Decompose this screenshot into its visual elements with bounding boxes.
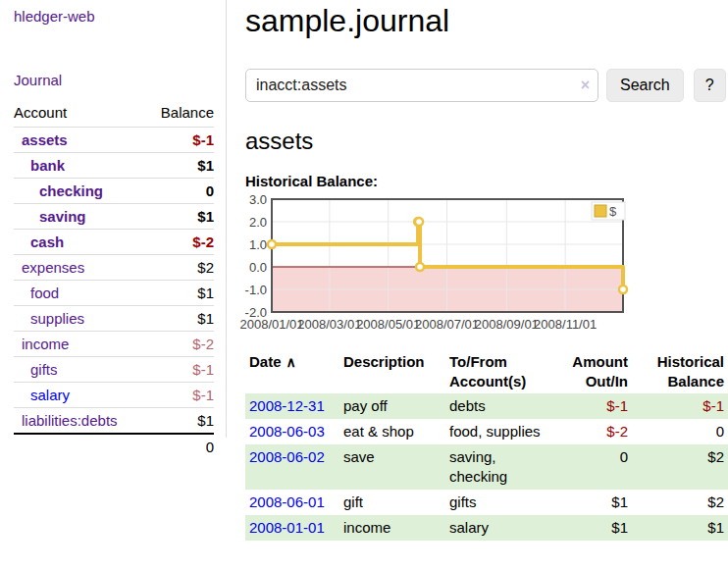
x-tick-label: 2008/05/01 [356,317,420,332]
account-row: cash$-2 [14,230,214,255]
search-button[interactable]: Search [606,69,684,102]
account-row: liabilities:debts$1 [14,408,214,435]
register-row: 2008-06-02savesaving, checking0$2 [245,444,728,490]
transaction-date-link[interactable]: 2008-06-03 [249,423,325,440]
sort-asc-icon: ∧ [286,354,296,370]
x-tick-label: 2008/03/01 [297,317,361,332]
transaction-date-link[interactable]: 2008-01-01 [249,519,325,536]
chart-canvas: 3.02.01.00.0-1.0-2.02008/01/012008/03/01… [245,195,728,337]
register-date-cell: 2008-06-01 [245,490,339,515]
register-amount-cell: $-1 [555,393,632,419]
y-tick-label: -1.0 [245,283,267,297]
account-name-cell: saving [14,204,146,230]
account-name-cell: food [14,281,146,306]
data-point-marker [416,263,424,271]
register-date-cell: 2008-01-01 [245,515,339,541]
main-content: sample.journal × Search ? assets Histori… [245,0,728,541]
register-row: 2008-01-01incomesalary$1$1 [245,515,728,541]
register-description-cell: gift [339,490,445,515]
register-description-cell: save [339,444,445,490]
register-body: 2008-12-31pay offdebts$-1$-12008-06-03ea… [245,393,728,541]
y-tick-label: 2.0 [249,215,267,230]
account-name-cell: salary [14,383,146,408]
x-tick-label: 2008/01/01 [239,317,303,332]
account-link[interactable]: food [30,285,59,301]
register-accounts-cell: saving, checking [445,444,555,490]
accounts-table: Account Balance assets$-1bank$1checking0… [14,102,214,459]
account-name-cell: liabilities:debts [14,408,146,435]
search-help-button[interactable]: ? [694,69,726,102]
account-link[interactable]: gifts [30,361,58,378]
search-form: × Search ? [245,69,728,102]
account-balance: $1 [146,408,214,435]
register-row: 2008-06-03eat & shopfood, supplies$-20 [245,419,728,444]
register-description-cell: pay off [339,393,445,419]
app-title-link[interactable]: hledger-web [14,8,95,25]
register-balance-cell: 0 [632,419,728,444]
legend-label: $ [609,204,617,219]
account-balance: $1 [146,204,214,230]
accounts-total-spacer [14,434,146,459]
account-row: salary$-1 [14,383,214,408]
register-accounts-cell: gifts [445,490,555,515]
register-header-amount: Amount Out/In [555,350,632,393]
register-header-balance: Historical Balance [632,350,728,393]
transaction-date-link[interactable]: 2008-06-02 [249,448,325,465]
account-row: gifts$-1 [14,357,214,383]
page-title: sample.journal [245,2,728,39]
account-row: income$-2 [14,332,214,357]
x-tick-label: 2008/07/01 [415,317,479,332]
y-tick-label: 0.0 [249,260,267,275]
register-date-cell: 2008-12-31 [245,393,339,419]
chart-title: Historical Balance: [245,173,728,189]
clear-search-icon[interactable]: × [581,76,590,95]
x-tick-label: 2008/09/01 [475,317,539,332]
search-input[interactable] [245,69,598,102]
register-accounts-cell: salary [445,515,555,541]
account-balance: $2 [146,255,214,281]
account-balance: $1 [146,153,214,179]
accounts-header-row: Account Balance [14,102,214,128]
register-description-cell: eat & shop [339,419,445,444]
register-header-date[interactable]: Date∧ [245,350,339,393]
account-link[interactable]: checking [39,182,103,199]
account-link[interactable]: liabilities:debts [22,412,118,429]
account-name-cell: supplies [14,306,146,332]
account-link[interactable]: income [22,336,69,352]
account-row: saving$1 [14,204,214,230]
legend-swatch [595,205,606,217]
x-tick-label: 2008/11/01 [534,317,597,332]
account-name-cell: bank [14,153,146,179]
account-link[interactable]: saving [39,208,86,225]
sidebar: hledger-web Journal Account Balance asse… [0,0,227,438]
transaction-date-link[interactable]: 2008-06-01 [249,493,325,510]
account-link[interactable]: supplies [30,310,84,327]
search-input-wrap: × [245,69,598,102]
account-balance: $-2 [146,230,214,255]
register-description-cell: income [339,515,445,541]
register-amount-cell: $-2 [555,419,632,444]
account-name-cell: gifts [14,357,146,383]
account-row: expenses$2 [14,255,214,281]
account-heading: assets [245,128,728,155]
account-link[interactable]: assets [22,131,68,148]
register-balance-cell: $2 [632,490,728,515]
account-balance: 0 [146,179,214,204]
y-tick-label: 1.0 [249,237,267,252]
register-date-cell: 2008-06-02 [245,444,339,490]
account-link[interactable]: bank [30,157,65,174]
sidebar-item-journal[interactable]: Journal [14,72,62,88]
accounts-total-value: 0 [146,434,214,459]
register-balance-cell: $1 [632,515,728,541]
register-row: 2008-06-01giftgifts$1$2 [245,490,728,515]
data-point-marker [415,218,423,226]
account-link[interactable]: salary [30,387,70,403]
register-balance-cell: $-1 [632,393,728,419]
account-row: checking0 [14,179,214,204]
register-header-accounts: To/From Account(s) [445,350,555,393]
account-link[interactable]: expenses [22,259,84,276]
account-row: food$1 [14,281,214,306]
register-accounts-cell: debts [445,393,555,419]
transaction-date-link[interactable]: 2008-12-31 [249,397,325,414]
account-link[interactable]: cash [30,234,64,250]
